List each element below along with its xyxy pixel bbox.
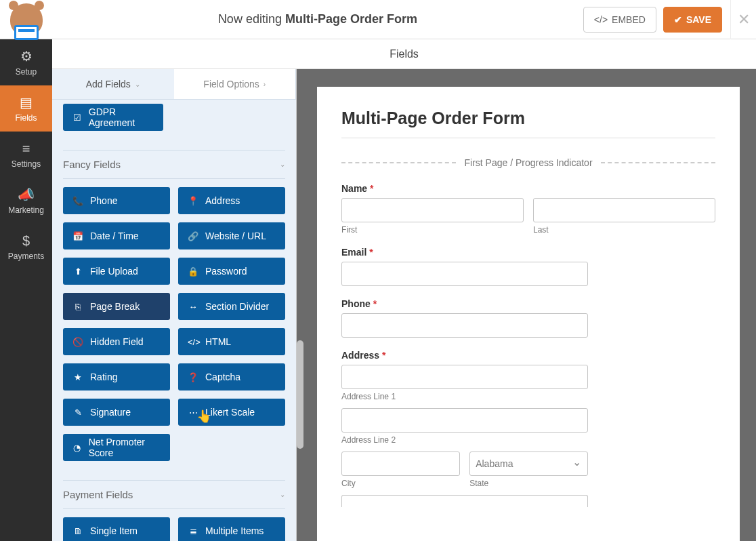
editing-prefix: Now editing bbox=[218, 12, 285, 26]
addr1-sublabel: Address Line 1 bbox=[341, 392, 715, 401]
sliders-icon: ≡ bbox=[22, 141, 30, 157]
save-button[interactable]: ✔ SAVE bbox=[663, 7, 722, 33]
tab-add-fields[interactable]: Add Fields ⌄ bbox=[52, 69, 174, 99]
check-icon: ✔ bbox=[674, 14, 682, 25]
fields-header: Fields bbox=[52, 39, 756, 69]
chevron-down-icon: ⌄ bbox=[280, 161, 285, 168]
nav-settings[interactable]: ≡ Settings bbox=[0, 132, 52, 178]
field-chip-rating[interactable]: ★Rating bbox=[63, 363, 170, 390]
section-payment-fields[interactable]: Payment Fields ⌄ bbox=[63, 480, 285, 509]
gear-icon: ⚙ bbox=[20, 48, 33, 64]
dollar-icon: $ bbox=[22, 233, 30, 249]
form-preview: Multi-Page Order Form First Page / Progr… bbox=[296, 69, 756, 541]
close-button[interactable]: ✕ bbox=[730, 0, 756, 39]
embed-button[interactable]: </> EMBED bbox=[583, 7, 656, 33]
question-icon: ❓ bbox=[188, 372, 198, 382]
first-name-input[interactable] bbox=[341, 198, 524, 222]
chip-label: Signature bbox=[90, 407, 131, 418]
eye-off-icon: 🚫 bbox=[72, 337, 83, 347]
gauge-icon: ◔ bbox=[72, 443, 82, 453]
address-label: Address * bbox=[341, 350, 715, 361]
dots-icon: ⋯ bbox=[188, 407, 198, 418]
field-chip-phone[interactable]: 📞Phone bbox=[63, 187, 170, 214]
field-chip-html[interactable]: </>HTML bbox=[178, 328, 285, 355]
chevron-down-icon: ⌄ bbox=[135, 81, 140, 88]
nav-label: Setup bbox=[16, 67, 37, 77]
field-chip-section-divider[interactable]: ↔Section Divider bbox=[178, 293, 285, 320]
pin-icon: 📍 bbox=[188, 196, 198, 206]
email-input[interactable] bbox=[341, 262, 588, 286]
field-chip-hidden[interactable]: 🚫Hidden Field bbox=[63, 328, 170, 355]
file-icon: 🗎 bbox=[72, 526, 83, 536]
chip-label: Phone bbox=[90, 195, 117, 206]
app-logo bbox=[0, 3, 52, 36]
address1-input[interactable] bbox=[341, 365, 588, 389]
chip-label: Website / URL bbox=[205, 231, 266, 241]
nav-marketing[interactable]: 📣 Marketing bbox=[0, 178, 52, 224]
chip-label: GDPR Agreement bbox=[89, 106, 154, 128]
chip-label: Page Break bbox=[90, 301, 140, 312]
side-nav: ⚙ Setup ▤ Fields ≡ Settings 📣 Marketing … bbox=[0, 39, 52, 541]
chip-label: Multiple Items bbox=[205, 525, 264, 536]
save-label: SAVE bbox=[686, 14, 711, 25]
divider-icon: ↔ bbox=[188, 302, 198, 312]
first-sublabel: First bbox=[341, 225, 524, 235]
progress-label: First Page / Progress Indicator bbox=[464, 157, 592, 168]
section-label: Fancy Fields bbox=[63, 159, 121, 170]
upload-icon: ⬆ bbox=[72, 266, 83, 277]
section-fancy-fields[interactable]: Fancy Fields ⌄ bbox=[63, 150, 285, 179]
chip-label: Captcha bbox=[205, 372, 240, 382]
tab-field-options[interactable]: Field Options › bbox=[174, 69, 297, 99]
field-chip-url[interactable]: 🔗Website / URL bbox=[178, 222, 285, 249]
phone-icon: 📞 bbox=[72, 196, 83, 206]
state-select[interactable] bbox=[469, 452, 588, 476]
field-chip-multiple-items[interactable]: ≣Multiple Items bbox=[178, 517, 285, 541]
nav-label: Fields bbox=[15, 113, 37, 123]
progress-indicator: First Page / Progress Indicator bbox=[341, 157, 715, 168]
field-chip-gdpr[interactable]: ☑ GDPR Agreement bbox=[63, 104, 163, 131]
city-input[interactable] bbox=[341, 452, 460, 476]
addr2-sublabel: Address Line 2 bbox=[341, 435, 715, 445]
nav-label: Marketing bbox=[8, 205, 44, 215]
nav-payments[interactable]: $ Payments bbox=[0, 224, 52, 270]
phone-input[interactable] bbox=[341, 313, 588, 338]
chip-label: Single Item bbox=[90, 525, 138, 536]
field-chip-page-break[interactable]: ⎘Page Break bbox=[63, 293, 170, 320]
scrollbar[interactable] bbox=[297, 340, 303, 449]
page-title: Now editing Multi-Page Order Form bbox=[52, 12, 583, 26]
check-square-icon: ☑ bbox=[72, 113, 82, 123]
field-chip-nps[interactable]: ◔Net Promoter Score bbox=[63, 434, 170, 461]
field-chip-address[interactable]: 📍Address bbox=[178, 187, 285, 214]
code-icon: </> bbox=[188, 337, 198, 347]
nav-setup[interactable]: ⚙ Setup bbox=[0, 39, 52, 85]
field-chip-password[interactable]: 🔒Password bbox=[178, 258, 285, 285]
field-chip-date[interactable]: 📅Date / Time bbox=[63, 222, 170, 249]
chevron-right-icon: › bbox=[264, 81, 266, 88]
star-icon: ★ bbox=[72, 372, 83, 382]
field-chip-single-item[interactable]: 🗎Single Item bbox=[63, 517, 170, 541]
chip-label: Password bbox=[205, 266, 247, 277]
last-name-input[interactable] bbox=[533, 198, 715, 222]
field-chip-captcha[interactable]: ❓Captcha bbox=[178, 363, 285, 390]
email-label: Email * bbox=[341, 247, 715, 258]
embed-label: EMBED bbox=[612, 14, 646, 25]
chip-label: Hidden Field bbox=[90, 336, 144, 347]
last-sublabel: Last bbox=[533, 225, 715, 235]
nav-label: Payments bbox=[8, 252, 44, 261]
megaphone-icon: 📣 bbox=[18, 186, 35, 203]
zip-input[interactable] bbox=[341, 495, 588, 507]
field-chip-likert[interactable]: ⋯Likert Scale bbox=[178, 399, 285, 426]
phone-label: Phone * bbox=[341, 298, 715, 309]
field-chip-upload[interactable]: ⬆File Upload bbox=[63, 258, 170, 285]
nav-fields[interactable]: ▤ Fields bbox=[0, 85, 52, 132]
address2-input[interactable] bbox=[341, 408, 588, 433]
chip-label: Net Promoter Score bbox=[89, 437, 161, 458]
field-chip-signature[interactable]: ✎Signature bbox=[63, 399, 170, 426]
list-icon: ≣ bbox=[188, 526, 198, 536]
lock-icon: 🔒 bbox=[188, 266, 198, 277]
chevron-down-icon: ⌄ bbox=[280, 491, 285, 498]
link-icon: 🔗 bbox=[188, 231, 198, 241]
city-sublabel: City bbox=[341, 479, 460, 488]
chip-label: HTML bbox=[205, 336, 231, 347]
pencil-icon: ✎ bbox=[72, 407, 83, 418]
